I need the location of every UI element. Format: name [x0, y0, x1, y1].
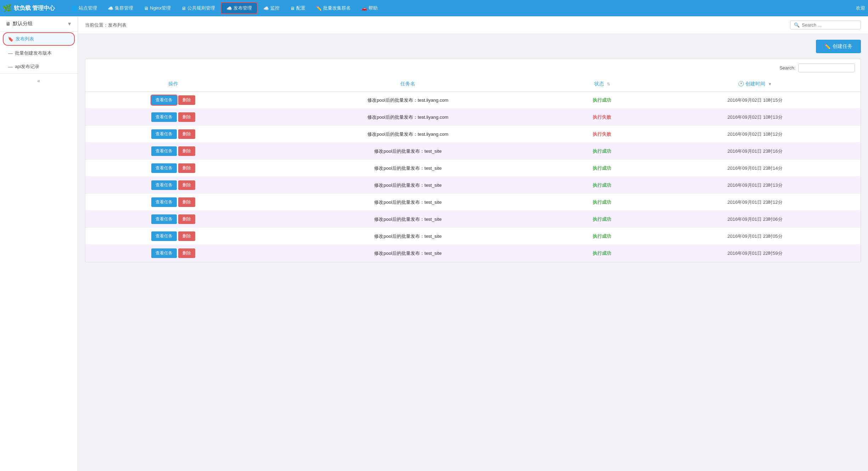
- col-status[interactable]: 状态 ⇅: [555, 77, 649, 92]
- table-search-input[interactable]: [798, 63, 855, 72]
- view-task-button[interactable]: 查看任务: [151, 146, 177, 156]
- create-task-button[interactable]: ✏️ 创建任务: [816, 40, 861, 53]
- cell-action: 查看任务删除: [85, 228, 261, 245]
- task-table: 操作 任务名 状态 ⇅ 🕐 创建时间: [85, 77, 861, 262]
- delete-button[interactable]: 删除: [178, 112, 195, 122]
- cell-status: 执行成功: [555, 160, 649, 177]
- col-created[interactable]: 🕐 创建时间 ▼: [649, 77, 861, 92]
- table-row: 查看任务删除修改pool后的批量发布：test_site执行成功2016年09月…: [85, 211, 861, 228]
- cell-taskname: 修改pool后的批量发布：test_site: [261, 211, 554, 228]
- table-row: 查看任务删除修改pool后的批量发布：test_site执行成功2016年09月…: [85, 228, 861, 245]
- cell-taskname: 修改pool后的批量发布：test_site: [261, 228, 554, 245]
- cell-created-time: 2016年09月01日 23时16分: [649, 143, 861, 160]
- delete-button[interactable]: 删除: [178, 146, 195, 156]
- cell-status: 执行失败: [555, 126, 649, 143]
- layout: 🖥 默认分组 ▼ 🔖 发布列表 — 批量创建发布版本 — api发布记录 « 当…: [0, 16, 868, 471]
- nav-monitor[interactable]: ☁️ 监控: [258, 2, 284, 14]
- sidebar-group-header[interactable]: 🖥 默认分组 ▼: [0, 16, 78, 32]
- cell-action: 查看任务删除: [85, 109, 261, 126]
- nav-cluster-label: 集群管理: [115, 5, 133, 11]
- nav-items: 🌐 站点管理 ☁️ 集群管理 🖥 Nginx管理 🖥 公共规则管理 ☁️ 发布管…: [67, 2, 856, 14]
- view-task-button[interactable]: 查看任务: [151, 231, 177, 241]
- nav-batch-label: 批量改集群名: [323, 5, 351, 11]
- nav-nginx[interactable]: 🖥 Nginx管理: [139, 2, 176, 14]
- cell-status: 执行成功: [555, 211, 649, 228]
- view-task-button[interactable]: 查看任务: [151, 248, 177, 258]
- nav-batch[interactable]: ✏️ 批量改集群名: [311, 2, 356, 14]
- car-icon-help: 🚗: [361, 6, 367, 11]
- cell-created-time: 2016年09月01日 23时06分: [649, 211, 861, 228]
- nav-monitor-label: 监控: [270, 5, 280, 11]
- nav-config[interactable]: 🖥 配置: [285, 2, 310, 14]
- table-row: 查看任务删除修改pool后的批量发布：test_site执行成功2016年09月…: [85, 177, 861, 194]
- delete-button[interactable]: 删除: [178, 95, 195, 105]
- sidebar-item-api-record[interactable]: — api发布记录: [0, 60, 78, 73]
- view-task-button[interactable]: 查看任务: [151, 112, 177, 122]
- table-search-bar: Search:: [85, 59, 861, 77]
- table-row: 查看任务删除修改pool后的批量发布：test.liyang.com执行失败20…: [85, 109, 861, 126]
- search-input[interactable]: [802, 22, 855, 28]
- cloud-icon-cluster: ☁️: [108, 6, 113, 11]
- view-task-button[interactable]: 查看任务: [151, 163, 177, 173]
- cell-created-time: 2016年09月01日 22时59分: [649, 245, 861, 262]
- monitor-icon-config: 🖥: [290, 6, 295, 11]
- top-search-box[interactable]: 🔍: [790, 21, 861, 29]
- sidebar-item-batch-publish[interactable]: — 批量创建发布版本: [0, 46, 78, 60]
- cell-taskname: 修改pool后的批量发布：test_site: [261, 245, 554, 262]
- cell-status: 执行成功: [555, 228, 649, 245]
- clock-icon: 🕐: [738, 81, 744, 86]
- delete-button[interactable]: 删除: [178, 180, 195, 190]
- table-row: 查看任务删除修改pool后的批量发布：test_site执行成功2016年09月…: [85, 143, 861, 160]
- edit-icon-create: ✏️: [824, 44, 830, 49]
- cell-created-time: 2016年09月01日 23时13分: [649, 177, 861, 194]
- sidebar-item-icon-batch: —: [8, 51, 13, 56]
- sidebar: 🖥 默认分组 ▼ 🔖 发布列表 — 批量创建发布版本 — api发布记录 «: [0, 16, 78, 471]
- delete-button[interactable]: 删除: [178, 163, 195, 173]
- view-task-button[interactable]: 查看任务: [151, 197, 177, 207]
- col-taskname: 任务名: [261, 77, 554, 92]
- sidebar-item-icon-publish-list: 🔖: [8, 37, 13, 42]
- delete-button[interactable]: 删除: [178, 248, 195, 258]
- table-row: 查看任务删除修改pool后的批量发布：test.liyang.com执行成功20…: [85, 92, 861, 109]
- nav-help[interactable]: 🚗 帮助: [356, 2, 383, 14]
- view-task-button[interactable]: 查看任务: [151, 180, 177, 190]
- nav-publish[interactable]: ☁️ 发布管理: [221, 2, 258, 14]
- nav-nginx-label: Nginx管理: [150, 5, 171, 11]
- cell-taskname: 修改pool后的批量发布：test_site: [261, 194, 554, 211]
- delete-button[interactable]: 删除: [178, 129, 195, 139]
- nav-site[interactable]: 🌐 站点管理: [67, 2, 102, 14]
- delete-button[interactable]: 删除: [178, 231, 195, 241]
- toolbar: ✏️ 创建任务: [85, 40, 861, 53]
- delete-button[interactable]: 删除: [178, 214, 195, 224]
- cell-created-time: 2016年09月02日 10时12分: [649, 126, 861, 143]
- cell-taskname: 修改pool后的批量发布：test.liyang.com: [261, 92, 554, 109]
- sidebar-item-icon-api: —: [8, 64, 13, 69]
- app-logo: 🌿 软负载 管理中心: [3, 4, 67, 12]
- cell-taskname: 修改pool后的批量发布：test_site: [261, 143, 554, 160]
- nav-publish-label: 发布管理: [233, 5, 252, 11]
- view-task-button[interactable]: 查看任务: [151, 95, 177, 105]
- view-task-button[interactable]: 查看任务: [151, 214, 177, 224]
- nav-cluster[interactable]: ☁️ 集群管理: [103, 2, 138, 14]
- table-row: 查看任务删除修改pool后的批量发布：test_site执行成功2016年09月…: [85, 160, 861, 177]
- cell-action: 查看任务删除: [85, 177, 261, 194]
- delete-button[interactable]: 删除: [178, 197, 195, 207]
- sidebar-group-label: 🖥 默认分组: [6, 21, 33, 27]
- nav-rules-label: 公共规则管理: [187, 5, 215, 11]
- cell-action: 查看任务删除: [85, 160, 261, 177]
- breadcrumb-bar: 当前位置：发布列表 🔍: [78, 16, 868, 34]
- nav-config-label: 配置: [296, 5, 305, 11]
- chevron-down-icon: ▼: [67, 21, 72, 27]
- cell-action: 查看任务删除: [85, 92, 261, 109]
- sidebar-collapse-btn[interactable]: «: [0, 73, 78, 88]
- sidebar-item-publish-list[interactable]: 🔖 发布列表: [3, 32, 75, 46]
- cell-status: 执行成功: [555, 92, 649, 109]
- view-task-button[interactable]: 查看任务: [151, 129, 177, 139]
- nav-rules[interactable]: 🖥 公共规则管理: [176, 2, 220, 14]
- cell-created-time: 2016年09月02日 10时15分: [649, 92, 861, 109]
- cell-status: 执行成功: [555, 177, 649, 194]
- cell-action: 查看任务删除: [85, 143, 261, 160]
- nav-help-label: 帮助: [368, 5, 378, 11]
- welcome-text: 欢迎: [856, 5, 865, 11]
- cell-status: 执行成功: [555, 245, 649, 262]
